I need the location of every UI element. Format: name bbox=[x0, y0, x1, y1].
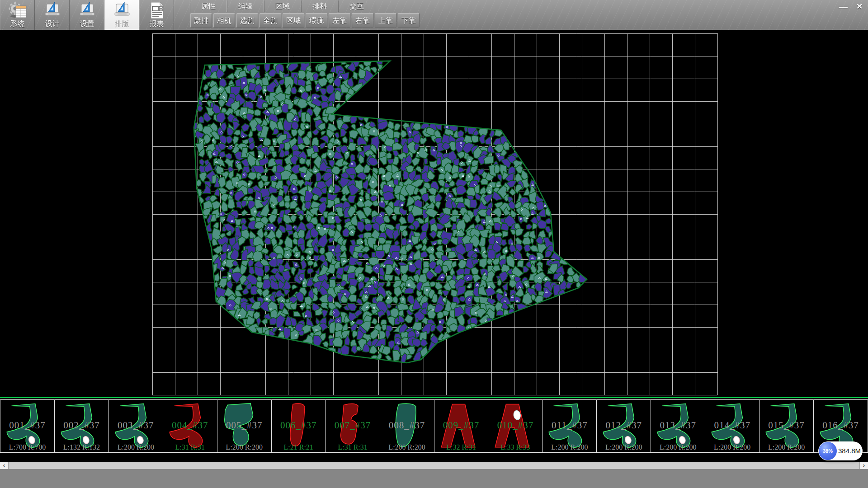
part-lr-count: L:700 R:700 bbox=[0, 443, 54, 451]
part-name: 004_#37 bbox=[163, 420, 217, 431]
part-lr-count: L:200 R:200 bbox=[651, 443, 705, 451]
tool-snap-top[interactable]: 上靠 bbox=[375, 13, 396, 28]
part-lr-count: L:31 R:31 bbox=[326, 443, 380, 451]
part-lr-count: L:132 R:132 bbox=[55, 443, 108, 451]
part-thumbnail[interactable]: 010_#37L:33 R:33 bbox=[488, 400, 542, 452]
tool-cluster-nest[interactable]: 聚排 bbox=[190, 13, 212, 28]
minimize-button[interactable]: — bbox=[836, 1, 850, 12]
part-lr-count: L:33 R:33 bbox=[488, 443, 542, 451]
part-lr-count: L:31 R:31 bbox=[163, 443, 217, 451]
part-name: 002_#37 bbox=[55, 420, 108, 431]
tool-cut-all[interactable]: 全割 bbox=[259, 13, 281, 28]
tool-defect[interactable]: 瑕疵 bbox=[306, 13, 327, 28]
part-lr-count: L:200 R:200 bbox=[705, 443, 759, 451]
part-name: 016_#37 bbox=[814, 420, 868, 431]
menu-region[interactable]: 区域 bbox=[264, 0, 301, 12]
memory-used-label: 384.8M bbox=[838, 441, 861, 460]
app-button-report[interactable]: 报表 bbox=[139, 0, 174, 30]
parts-strip-accent-line bbox=[0, 397, 868, 398]
parts-strip: 001_#37L:700 R:700002_#37L:132 R:132003_… bbox=[0, 397, 868, 462]
part-thumbnail[interactable]: 006_#37L:21 R:21 bbox=[272, 400, 326, 452]
part-lr-count: L:200 R:200 bbox=[217, 443, 271, 451]
part-thumbnail[interactable]: 009_#37L:32 R:31 bbox=[434, 400, 489, 452]
menu-bar: 属性 编辑 区域 排料 交互 bbox=[190, 0, 375, 12]
nesting-canvas[interactable] bbox=[0, 30, 868, 397]
design-ruler-icon bbox=[42, 1, 62, 19]
part-lr-count: L:200 R:200 bbox=[597, 443, 651, 451]
app-button-label: 排版 bbox=[115, 19, 129, 28]
memory-percent-indicator: 38% bbox=[819, 442, 837, 460]
part-lr-count: L:200 R:200 bbox=[109, 443, 163, 451]
app-button-label: 设计 bbox=[45, 19, 60, 28]
app-button-nesting[interactable]: 排版 bbox=[104, 0, 139, 30]
part-thumbnail[interactable]: 013_#37L:200 R:200 bbox=[651, 400, 705, 452]
app-button-label: 系统 bbox=[10, 19, 25, 28]
tool-snap-left[interactable]: 左靠 bbox=[329, 13, 350, 28]
part-lr-count: L:200 R:200 bbox=[380, 443, 434, 451]
window-controls: — ✕ bbox=[836, 1, 866, 12]
app-button-system[interactable]: 系统 bbox=[0, 0, 35, 30]
memory-status-badge: 38% 384.8M bbox=[818, 441, 863, 460]
part-lr-count: L:200 R:200 bbox=[760, 443, 813, 451]
parts-list: 001_#37L:700 R:700002_#37L:132 R:132003_… bbox=[0, 399, 868, 453]
menu-edit[interactable]: 编辑 bbox=[227, 0, 264, 12]
scroll-right-button[interactable]: › bbox=[859, 462, 868, 469]
part-name: 010_#37 bbox=[488, 420, 542, 431]
part-name: 008_#37 bbox=[380, 420, 434, 431]
tool-select-cut[interactable]: 选割 bbox=[236, 13, 258, 28]
part-thumbnail[interactable]: 011_#37L:200 R:200 bbox=[542, 400, 597, 452]
part-name: 014_#37 bbox=[705, 420, 759, 431]
part-thumbnail[interactable]: 004_#37L:31 R:31 bbox=[163, 400, 217, 452]
tool-bar: 聚排 相机 选割 全割 区域 瑕疵 左靠 右靠 上靠 下靠 bbox=[190, 13, 421, 28]
ribbon-bar: 系统 设计 bbox=[0, 0, 868, 30]
part-thumbnail[interactable]: 001_#37L:700 R:700 bbox=[0, 400, 55, 452]
tool-snap-bottom[interactable]: 下靠 bbox=[398, 13, 420, 28]
part-thumbnail[interactable]: 005_#37L:200 R:200 bbox=[217, 400, 272, 452]
nesting-ruler-icon bbox=[112, 1, 132, 19]
part-lr-count: L:21 R:21 bbox=[272, 443, 326, 451]
part-thumbnail[interactable]: 002_#37L:132 R:132 bbox=[55, 400, 109, 452]
part-thumbnail[interactable]: 008_#37L:200 R:200 bbox=[380, 400, 434, 452]
gear-system-icon bbox=[8, 1, 28, 19]
scroll-left-button[interactable]: ‹ bbox=[0, 462, 9, 469]
part-name: 015_#37 bbox=[760, 420, 813, 431]
part-name: 009_#37 bbox=[434, 420, 488, 431]
app-button-label: 报表 bbox=[150, 19, 164, 28]
bottom-bar bbox=[0, 469, 868, 488]
part-name: 003_#37 bbox=[109, 420, 163, 431]
part-thumbnail[interactable]: 015_#37L:200 R:200 bbox=[760, 400, 814, 452]
app-button-design[interactable]: 设计 bbox=[35, 0, 70, 30]
app-buttons: 系统 设计 bbox=[0, 0, 174, 30]
menu-nesting[interactable]: 排料 bbox=[301, 0, 338, 12]
menu-interaction[interactable]: 交互 bbox=[338, 0, 375, 12]
part-thumbnail[interactable]: 003_#37L:200 R:200 bbox=[109, 400, 163, 452]
part-name: 001_#37 bbox=[0, 420, 54, 431]
part-name: 005_#37 bbox=[217, 420, 271, 431]
part-name: 011_#37 bbox=[542, 420, 596, 431]
tool-snap-right[interactable]: 右靠 bbox=[352, 13, 373, 28]
report-document-icon bbox=[147, 1, 167, 19]
horizontal-scrollbar[interactable]: ‹ › bbox=[0, 462, 868, 469]
app-button-label: 设置 bbox=[80, 19, 94, 28]
part-name: 006_#37 bbox=[272, 420, 326, 431]
part-lr-count: L:32 R:31 bbox=[434, 443, 488, 451]
part-lr-count: L:200 R:200 bbox=[542, 443, 596, 451]
nesting-workspace[interactable] bbox=[0, 30, 868, 397]
app-button-settings[interactable]: 设置 bbox=[70, 0, 104, 30]
tool-camera[interactable]: 相机 bbox=[213, 13, 235, 28]
tool-region[interactable]: 区域 bbox=[283, 13, 304, 28]
part-name: 007_#37 bbox=[326, 420, 380, 431]
part-thumbnail[interactable]: 007_#37L:31 R:31 bbox=[326, 400, 380, 452]
part-thumbnail[interactable]: 012_#37L:200 R:200 bbox=[597, 400, 651, 452]
settings-ruler-icon bbox=[77, 1, 97, 19]
part-name: 012_#37 bbox=[597, 420, 651, 431]
part-thumbnail[interactable]: 014_#37L:200 R:200 bbox=[705, 400, 760, 452]
close-button[interactable]: ✕ bbox=[853, 1, 866, 12]
menu-properties[interactable]: 属性 bbox=[190, 0, 227, 12]
part-name: 013_#37 bbox=[651, 420, 705, 431]
